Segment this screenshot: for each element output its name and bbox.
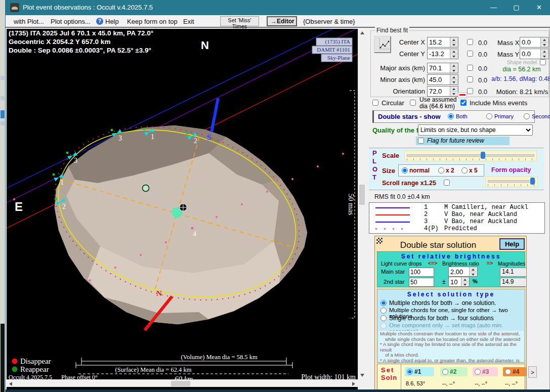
maximize-button[interactable]: ▢	[505, 0, 528, 15]
solution-notes: Multiple chords constrain their location…	[378, 331, 524, 362]
solution-type-4-radio[interactable]	[380, 323, 387, 329]
form-opacity-thumb[interactable]	[530, 178, 535, 185]
svg-text:2: 2	[194, 137, 197, 145]
scroll-up-icon[interactable]	[360, 31, 364, 34]
minor-axis-lock-checkbox[interactable]	[467, 76, 473, 82]
center-x-spinner[interactable]	[427, 37, 458, 48]
menu-exit[interactable]: Exit	[183, 18, 194, 25]
center-y-spinner[interactable]	[427, 49, 458, 59]
solution-2-radio[interactable]	[442, 369, 448, 375]
center-y-lock-checkbox[interactable]	[467, 51, 473, 57]
mass-y-spinner[interactable]	[520, 49, 549, 59]
plot-letter-t: T	[372, 173, 376, 181]
scale-slider[interactable]	[404, 151, 537, 161]
editor-button[interactable]: →Editor	[267, 16, 297, 26]
quality-select[interactable]: Limits on size, but no shape	[418, 124, 533, 136]
show-primary-radio[interactable]	[486, 113, 492, 119]
menu-plot-options[interactable]: Plot options...	[51, 18, 91, 25]
use-assumed-dia-checkbox[interactable]	[410, 100, 416, 106]
set-miss-times-button[interactable]: Set 'Miss' Times	[220, 16, 259, 26]
menu-with-plot[interactable]: with Plot...	[14, 18, 44, 25]
menu-keep-on-top[interactable]: Keep form on top	[127, 18, 178, 25]
quality-label: Quality of the fit	[372, 126, 422, 134]
double-star-solution-panel: Double star solution Help Set relative b…	[374, 236, 527, 392]
second-star-label: 2nd star	[384, 279, 405, 285]
brightness-ratio-spinner[interactable]	[448, 267, 478, 277]
orientation-lock-checkbox[interactable]	[467, 88, 473, 94]
minor-axis-spinner[interactable]	[427, 74, 458, 85]
help-icon[interactable]: ?	[96, 18, 103, 25]
title-bar: Plot event observations : Occult v.4.202…	[6, 0, 550, 15]
observer-1-num: 1	[424, 204, 428, 211]
size-x5-label: x 5	[469, 167, 478, 174]
version-label: Occult 4.2025.7.5	[9, 374, 52, 379]
scroll-left-icon[interactable]	[9, 382, 12, 386]
svg-text:1: 1	[151, 133, 154, 141]
form-opacity-label: Form opacity	[491, 166, 531, 173]
size-normal-radio[interactable]	[402, 167, 408, 173]
include-miss-checkbox[interactable]	[460, 100, 467, 106]
observer-4-num: 4(P)	[424, 225, 439, 232]
rms-fit-label: RMS fit 0.0 ±0.4 km	[374, 193, 430, 200]
menu-help[interactable]: Help	[105, 18, 119, 25]
soln-label: Soln	[381, 374, 397, 381]
app-window: Plot event observations : Occult v.4.202…	[5, 0, 550, 392]
next-solution-chevron-button[interactable]: >	[528, 366, 537, 378]
show-both-radio[interactable]	[448, 113, 454, 119]
double-star-help-button[interactable]: Help	[499, 238, 525, 250]
close-button[interactable]: ✕	[528, 0, 550, 15]
minimize-button[interactable]: —	[482, 0, 505, 15]
solution-type-2-radio[interactable]	[380, 308, 387, 314]
solution-4-radio[interactable]	[505, 369, 511, 375]
solution-type-1-radio[interactable]	[380, 300, 387, 306]
flag-review-checkbox[interactable]	[418, 138, 424, 144]
main-star-drop-input[interactable]	[409, 268, 434, 277]
scroll-right-icon[interactable]	[352, 382, 355, 386]
major-axis-spinner[interactable]	[427, 63, 458, 73]
second-star-drop-input[interactable]	[409, 278, 434, 287]
relative-brightness-box: Set relative brightness Light curve drop…	[377, 251, 525, 287]
volume-dia-label: (Volume) Mean dia = 58.5 km	[181, 354, 258, 361]
shape-model-label: Shape model	[492, 60, 537, 65]
vscroll-thumb[interactable]	[359, 185, 365, 205]
red-dash-indicator	[458, 92, 467, 98]
double-stars-show-box: Double stars - show Both Primary Seconda…	[372, 110, 535, 123]
observer-2-num: 2	[424, 211, 428, 218]
observer-list[interactable]: 1 M Camilleri, near Auckl 2 V Bao, near …	[369, 202, 545, 234]
show-secondary-radio[interactable]	[524, 113, 530, 119]
mass-x-spinner[interactable]	[520, 37, 549, 48]
sky-plane-plot[interactable]: 3 3 1 1 2 2 4 S N	[7, 29, 358, 379]
solution-4-label: #4	[513, 368, 519, 375]
scale-slider-thumb[interactable]	[481, 152, 485, 159]
app-icon	[10, 3, 19, 12]
solution-3-radio[interactable]	[475, 369, 481, 375]
solution-1-radio[interactable]	[407, 369, 413, 375]
form-opacity-slider[interactable]	[485, 177, 538, 187]
solution-1-value: 8.6, 53°	[406, 380, 425, 386]
plot-horizontal-scrollbar[interactable]	[7, 379, 358, 387]
light-curve-drops-header: Light curve drops	[381, 260, 422, 267]
hscroll-thumb[interactable]	[171, 381, 190, 386]
size-x5-radio[interactable]	[461, 167, 468, 173]
ellipse-centre-crosshair	[180, 204, 187, 211]
circular-checkbox[interactable]	[372, 100, 378, 106]
size-x2-radio[interactable]	[438, 167, 444, 173]
set-label: Set	[381, 366, 394, 374]
relative-brightness-title: Set relative brightness	[377, 253, 525, 260]
scroll-down-icon[interactable]	[360, 374, 364, 377]
minor-axis-zero: 0.0	[478, 76, 487, 84]
observer-1-line	[375, 207, 410, 208]
magnitudes-header: Magnitudes	[498, 260, 525, 267]
plot-controls-panel: P L O T Scale Size normal x 2 x 5 Form o	[369, 148, 544, 190]
solution-type-3-radio[interactable]	[380, 315, 387, 321]
plot-vertical-scrollbar[interactable]	[358, 29, 366, 379]
arrow-right-icon: =>	[487, 260, 493, 266]
use-assumed-label-1: Use assumed	[419, 96, 456, 103]
shape-model-checkbox[interactable]	[540, 59, 546, 65]
major-axis-lock-checkbox[interactable]	[467, 65, 473, 71]
orientation-spinner[interactable]	[427, 86, 458, 97]
scroll-range-checkbox[interactable]	[444, 180, 450, 186]
tolerance-spinner[interactable]	[448, 277, 470, 287]
double-stars-show-title: Double stars - show	[378, 113, 441, 120]
center-x-lock-checkbox[interactable]	[467, 39, 473, 45]
